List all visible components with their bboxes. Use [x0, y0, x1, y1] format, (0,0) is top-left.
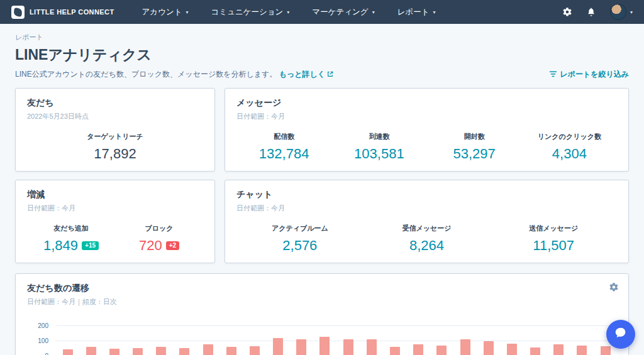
chart-bar[interactable] [313, 324, 336, 355]
metric-value: 720+2 [115, 238, 203, 254]
bar-segment-positive [156, 347, 166, 355]
bar-segment-positive [319, 337, 330, 355]
nav-item-label: アカウント [142, 7, 182, 18]
card-title: チャット [236, 189, 617, 200]
filter-icon [550, 70, 557, 79]
card-subtitle: 日付範囲：今月 [236, 204, 617, 213]
metric-label: 受信メッセージ [364, 224, 491, 233]
chart-bar[interactable] [243, 324, 266, 355]
metric-label: ターゲットリーチ [27, 132, 203, 141]
metric-value: 2,576 [236, 238, 364, 254]
page-header: レポート LINEアナリティクス LINE公式アカウントの友だち数、ブロック数、… [0, 24, 644, 80]
metric-label: 開封数 [427, 132, 522, 141]
chart-bar[interactable] [570, 324, 594, 355]
nav-item-label: レポート [397, 7, 430, 18]
bar-segment-positive [601, 346, 611, 355]
brand-name: LITTLE HELP CONNECT [30, 8, 114, 16]
chart-bar[interactable] [547, 324, 570, 355]
chat-widget-button[interactable] [606, 320, 635, 349]
bar-segment-positive [390, 347, 400, 355]
card-subtitle: 2022年5月23日時点 [27, 112, 203, 121]
nav-item-reports[interactable]: レポート ▾ [397, 7, 436, 18]
nav-item-label: コミュニケーション [211, 7, 284, 18]
metric-value: 103,581 [331, 146, 426, 162]
chart-bar[interactable] [336, 324, 360, 355]
chart-bar[interactable] [290, 324, 313, 355]
nav-item-accounts[interactable]: アカウント ▾ [142, 7, 189, 18]
chevron-down-icon: ▾ [433, 9, 436, 15]
chart-bar[interactable] [126, 324, 150, 355]
bar-segment-positive [507, 344, 517, 355]
chart-bar[interactable] [173, 324, 196, 355]
bar-segment-positive [250, 346, 260, 355]
metric-sent-messages: 送信メッセージ 11,507 [490, 224, 617, 254]
chart-bar[interactable] [56, 324, 79, 355]
chart-bar[interactable] [523, 324, 547, 355]
chart-bar[interactable] [79, 324, 103, 355]
chart-bar[interactable] [103, 324, 126, 355]
chart-bar[interactable] [430, 324, 453, 355]
chart-bar[interactable] [150, 324, 173, 355]
chart-bar[interactable] [500, 324, 523, 355]
account-menu[interactable]: ▾ [610, 4, 633, 20]
nav-item-communication[interactable]: コミュニケーション ▾ [211, 7, 290, 18]
card-subtitle: 日付範囲：今月 [27, 204, 203, 213]
bar-segment-positive [203, 344, 213, 355]
bar-segment-positive [460, 339, 470, 355]
metric-value: 11,507 [490, 238, 617, 254]
bar-segment-positive [413, 344, 423, 355]
filter-reports-link[interactable]: レポートを絞り込み [550, 69, 629, 80]
bar-segment-positive [530, 347, 540, 355]
delta-badge: +2 [166, 241, 179, 250]
chart-bar[interactable] [453, 324, 477, 355]
friends-card: 友だち 2022年5月23日時点 ターゲットリーチ 17,892 [15, 88, 215, 172]
chart-bar[interactable] [407, 324, 430, 355]
brand[interactable]: LITTLE HELP CONNECT [11, 6, 114, 19]
nav-right: ▾ [562, 4, 633, 20]
page-title: LINEアナリティクス [15, 45, 629, 65]
chart-y-axis: 2001000-100 [27, 324, 56, 355]
bell-icon[interactable] [586, 7, 596, 17]
learn-more-link[interactable]: もっと詳しく [279, 70, 334, 79]
avatar [610, 4, 626, 20]
metric-label: 友だち追加 [27, 224, 115, 233]
metric-value: 1,849+15 [27, 238, 115, 254]
card-subtitle: 日付範囲：今月 [236, 112, 617, 121]
nav-item-label: マーケティング [312, 7, 368, 18]
metric-blocks: ブロック 720+2 [115, 224, 203, 254]
top-navbar: LITTLE HELP CONNECT アカウント ▾ コミュニケーション ▾ … [0, 0, 644, 24]
metric-link-clicks: リンクのクリック数 4,304 [522, 132, 617, 162]
gear-icon[interactable] [562, 7, 572, 17]
bar-segment-positive [296, 339, 306, 355]
card-title: 友だち [27, 97, 203, 109]
chart-bar[interactable] [383, 324, 406, 355]
nav-item-marketing[interactable]: マーケティング ▾ [312, 7, 374, 18]
chart-bar[interactable] [196, 324, 219, 355]
breadcrumb[interactable]: レポート [15, 33, 629, 42]
chart-bar[interactable] [477, 324, 500, 355]
learn-more-label: もっと詳しく [279, 70, 325, 79]
metric-value: 132,784 [236, 146, 331, 162]
chart-title: 友だち数の遷移 [27, 283, 617, 294]
chevron-down-icon: ▾ [287, 9, 289, 15]
filter-reports-label: レポートを絞り込み [560, 69, 629, 80]
chat-bubble-icon [614, 326, 628, 342]
chart-plot [56, 324, 617, 355]
bar-segment-positive [179, 348, 189, 355]
page-subtitle: LINE公式アカウントの友だち数、ブロック数、メッセージ数を分析します。 もっと… [15, 69, 333, 80]
bar-segment-positive [226, 347, 236, 355]
friends-trend-chart-card: 友だち数の遷移 日付範囲：今月｜頻度：日次 2001000-100 [15, 273, 629, 355]
chart-bar[interactable] [267, 324, 290, 355]
cards-area: 友だち 2022年5月23日時点 ターゲットリーチ 17,892 メッセージ 日… [0, 88, 644, 355]
chart-bar[interactable] [219, 324, 243, 355]
metric-received-messages: 受信メッセージ 8,264 [364, 224, 491, 254]
metric-label: リンクのクリック数 [522, 132, 617, 141]
bar-chart: 2001000-100 [27, 324, 617, 355]
metric-value: 4,304 [522, 146, 617, 162]
metric-number: 1,849 [43, 238, 78, 253]
chart-settings-gear-icon[interactable] [609, 282, 619, 292]
card-title: メッセージ [236, 97, 617, 109]
chart-bar[interactable] [360, 324, 383, 355]
chart-subtitle: 日付範囲：今月｜頻度：日次 [27, 297, 617, 307]
metric-delivered: 配信数 132,784 [236, 132, 331, 162]
